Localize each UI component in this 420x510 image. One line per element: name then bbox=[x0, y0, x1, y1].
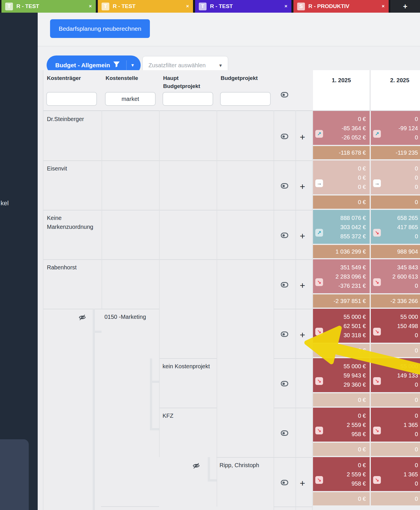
add-row-button[interactable]: + bbox=[300, 479, 305, 488]
summary-cell-period-2: -119 235 bbox=[371, 146, 420, 159]
add-row-button[interactable]: + bbox=[300, 232, 305, 240]
value-cell-period-1[interactable]: 0 €2 559 €958 €↘ bbox=[313, 408, 370, 442]
tab-title: R - TEST bbox=[210, 3, 285, 9]
tab-title: R - TEST bbox=[113, 3, 186, 9]
trend-down-right-icon[interactable]: ↘ bbox=[373, 427, 381, 434]
trend-right-icon[interactable]: → bbox=[315, 179, 323, 187]
trend-up-right-icon[interactable]: ↗ bbox=[315, 229, 323, 237]
row-visibility-toggle[interactable] bbox=[281, 331, 288, 337]
value-cell-period-2[interactable]: 658 265417 8650↘ bbox=[371, 210, 420, 244]
row-visibility-toggle[interactable] bbox=[281, 282, 288, 287]
row-visibility-toggle[interactable] bbox=[281, 233, 288, 238]
sidebar: kel bbox=[0, 13, 38, 510]
tree-connector bbox=[208, 479, 217, 482]
value-cell-period-1[interactable]: 888 076 €303 042 €855 372 €↗ bbox=[313, 210, 370, 244]
tree-connector bbox=[150, 381, 159, 383]
budget-filter-dropdown[interactable]: Budget - Allgemein ▼ bbox=[47, 55, 141, 75]
tree-connector bbox=[93, 309, 95, 510]
summary-cell-period-2: 0 bbox=[371, 195, 420, 209]
value-cell-period-2[interactable]: 55 000149 1330↘ bbox=[371, 358, 420, 392]
budget-table: KostenträgerKostenstelleHaupt Budgetproj… bbox=[0, 0, 420, 510]
value-cell-period-2[interactable]: 0-99 1240↗ bbox=[371, 111, 420, 145]
additional-filter-placeholder: Zusatzfilter auswählen bbox=[148, 62, 218, 69]
column-filter-input-1[interactable] bbox=[46, 92, 97, 106]
trend-down-right-icon[interactable]: ↘ bbox=[373, 229, 381, 237]
column-header-4: Budgetprojekt bbox=[221, 74, 272, 82]
trend-down-right-icon[interactable]: ↘ bbox=[315, 328, 323, 335]
trend-down-right-icon[interactable]: ↘ bbox=[315, 476, 323, 484]
row-label-kostentraeger: Rabenhorst bbox=[47, 263, 99, 272]
tab-close-icon[interactable]: × bbox=[89, 3, 92, 9]
value-cell-period-1[interactable]: 55 000 €59 943 €29 360 €↘ bbox=[313, 358, 370, 392]
trend-up-right-icon[interactable]: ↗ bbox=[315, 130, 323, 138]
tab-close-icon[interactable]: × bbox=[285, 3, 287, 9]
trend-up-right-icon[interactable]: ↗ bbox=[373, 130, 381, 138]
value-cell-period-1[interactable]: 351 549 €2 283 096 €-376 231 €↘ bbox=[313, 259, 370, 293]
summary-cell-period-1: 0 € bbox=[313, 492, 370, 505]
row-visibility-toggle[interactable] bbox=[281, 134, 288, 139]
browser-tab-1[interactable]: TR - TEST× bbox=[1, 0, 96, 13]
add-row-button[interactable]: + bbox=[300, 331, 305, 339]
browser-tab-2[interactable]: TR - TEST× bbox=[98, 0, 193, 13]
trend-down-right-icon[interactable]: ↘ bbox=[373, 476, 381, 484]
tab-favicon: T bbox=[102, 3, 109, 10]
eye-off-icon[interactable] bbox=[192, 462, 200, 470]
top-action-band: Bedarfsplanung neuberechnen bbox=[38, 13, 420, 46]
sidebar-partial-label: kel bbox=[1, 200, 9, 207]
summary-cell-period-1: 0 € bbox=[313, 393, 370, 407]
browser-tab-4[interactable]: SR - PRODUKTIV× bbox=[293, 0, 389, 13]
add-row-button[interactable]: + bbox=[300, 281, 305, 290]
summary-cell-period-2: 0 bbox=[371, 443, 420, 456]
additional-filter-select[interactable]: Zusatzfilter auswählen ▼ bbox=[142, 56, 228, 75]
app-window: TR - TEST×TR - TEST×TR - TEST×SR - PRODU… bbox=[0, 0, 420, 510]
row-label-kostenstelle: 0150 -Marketing bbox=[104, 312, 157, 321]
tab-close-icon[interactable]: × bbox=[382, 3, 385, 9]
trend-right-icon[interactable]: → bbox=[373, 179, 381, 187]
chevron-down-icon[interactable]: ▼ bbox=[131, 63, 135, 68]
summary-cell-period-2: -2 336 266 bbox=[371, 294, 420, 308]
add-row-button[interactable]: + bbox=[300, 133, 305, 141]
column-filter-input-2[interactable] bbox=[105, 92, 156, 106]
tab-bar: TR - TEST×TR - TEST×TR - TEST×SR - PRODU… bbox=[0, 0, 420, 13]
row-visibility-toggle[interactable] bbox=[281, 480, 288, 485]
column-filter-input-4[interactable] bbox=[220, 92, 271, 106]
value-cell-period-1[interactable]: 0 €0 €0 €→ bbox=[313, 160, 370, 194]
period-column-header-2: 2. 2025 bbox=[371, 70, 420, 110]
summary-cell-period-2: 0 bbox=[371, 344, 420, 357]
trend-down-right-icon[interactable]: ↘ bbox=[315, 427, 323, 434]
trend-down-right-icon[interactable]: ↘ bbox=[373, 278, 381, 286]
row-visibility-toggle[interactable] bbox=[281, 430, 288, 436]
period-column-header-1: 1. 2025 bbox=[313, 70, 370, 110]
eye-toggle-icon[interactable] bbox=[281, 92, 288, 97]
summary-cell-period-1: 0 € bbox=[313, 443, 370, 456]
value-cell-period-1[interactable]: 55 000 €62 501 €30 318 €↘ bbox=[313, 309, 370, 343]
trend-down-right-icon[interactable]: ↘ bbox=[373, 377, 381, 385]
value-cell-period-1[interactable]: 0 €2 559 €958 €↘ bbox=[313, 457, 370, 491]
tab-title: R - PRODUKTIV bbox=[308, 3, 382, 9]
value-cell-period-2[interactable]: 55 000150 4980↘ bbox=[371, 309, 420, 343]
value-cell-period-2[interactable]: 000→ bbox=[371, 160, 420, 194]
recalculate-demand-button[interactable]: Bedarfsplanung neuberechnen bbox=[50, 19, 150, 38]
pill-divider bbox=[126, 60, 127, 70]
value-cell-period-2[interactable]: 01 3650↘ bbox=[371, 457, 420, 491]
add-row-button[interactable]: + bbox=[300, 182, 305, 191]
trend-down-right-icon[interactable]: ↘ bbox=[373, 328, 381, 335]
tab-favicon: T bbox=[199, 3, 207, 10]
summary-cell-period-2: 0 bbox=[371, 492, 420, 505]
value-cell-period-2[interactable]: 01 3650↘ bbox=[371, 408, 420, 442]
value-cell-period-1[interactable]: 0 €-85 364 €-26 052 €↗ bbox=[313, 111, 370, 145]
browser-tab-3[interactable]: TR - TEST× bbox=[195, 0, 291, 13]
eye-off-icon[interactable] bbox=[78, 313, 86, 321]
sidebar-item-highlight[interactable] bbox=[0, 439, 29, 510]
row-visibility-toggle[interactable] bbox=[281, 381, 288, 386]
new-tab-button[interactable]: + bbox=[390, 0, 420, 13]
row-visibility-toggle[interactable] bbox=[281, 183, 288, 189]
chevron-down-icon: ▼ bbox=[218, 63, 223, 68]
trend-down-right-icon[interactable]: ↘ bbox=[315, 278, 323, 286]
tab-close-icon[interactable]: × bbox=[186, 3, 189, 9]
trend-down-right-icon[interactable]: ↘ bbox=[315, 377, 323, 385]
funnel-icon bbox=[113, 61, 120, 69]
column-filter-input-3[interactable] bbox=[163, 92, 213, 106]
plus-icon: + bbox=[403, 2, 407, 11]
value-cell-period-2[interactable]: 345 8432 600 6130↘ bbox=[371, 259, 420, 293]
